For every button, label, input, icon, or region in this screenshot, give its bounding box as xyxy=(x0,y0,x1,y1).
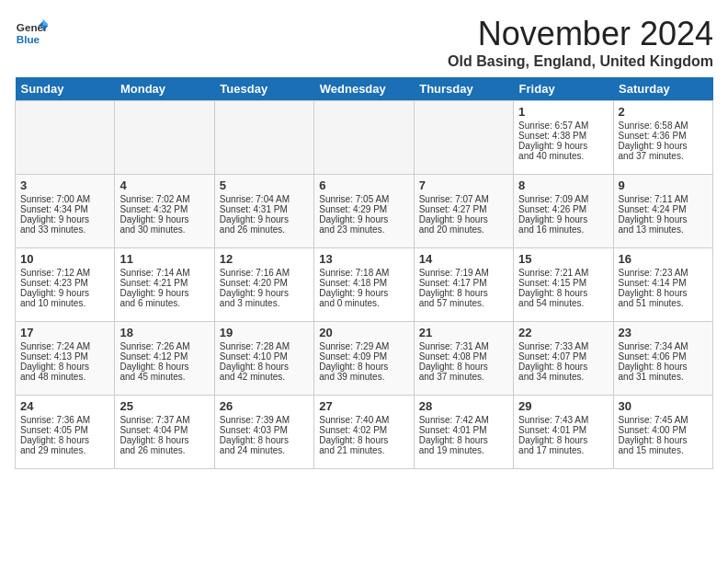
day-cell xyxy=(214,101,313,175)
day-info: and 54 minutes. xyxy=(518,298,608,308)
day-cell: 11Sunrise: 7:14 AMSunset: 4:21 PMDayligh… xyxy=(115,248,214,322)
day-info: and 23 minutes. xyxy=(319,224,408,235)
day-cell: 15Sunrise: 7:21 AMSunset: 4:15 PMDayligh… xyxy=(514,248,613,322)
col-header-monday: Monday xyxy=(115,77,214,101)
day-info: and 19 minutes. xyxy=(419,445,508,455)
day-info: Sunset: 4:08 PM xyxy=(419,351,508,362)
logo-icon: General Blue xyxy=(15,15,48,48)
day-info: Sunrise: 7:26 AM xyxy=(119,341,209,351)
day-info: Sunrise: 6:57 AM xyxy=(518,121,608,131)
day-info: and 37 minutes. xyxy=(619,151,708,161)
day-number: 18 xyxy=(119,326,209,339)
day-info: Sunset: 4:03 PM xyxy=(220,425,309,435)
day-cell: 1Sunrise: 6:57 AMSunset: 4:38 PMDaylight… xyxy=(514,101,613,175)
day-info: Sunset: 4:15 PM xyxy=(518,278,608,288)
col-header-wednesday: Wednesday xyxy=(314,77,414,101)
week-row-3: 17Sunrise: 7:24 AMSunset: 4:13 PMDayligh… xyxy=(16,322,713,396)
day-info: and 34 minutes. xyxy=(518,372,608,382)
day-number: 24 xyxy=(20,399,109,413)
day-info: Sunset: 4:06 PM xyxy=(619,351,708,362)
day-info: Sunrise: 7:14 AM xyxy=(119,268,209,278)
day-info: Daylight: 8 hours xyxy=(619,362,708,372)
day-info: and 16 minutes. xyxy=(518,224,608,235)
day-info: Daylight: 9 hours xyxy=(220,214,309,224)
col-header-sunday: Sunday xyxy=(16,77,115,101)
day-info: Sunset: 4:32 PM xyxy=(119,204,209,214)
day-info: and 17 minutes. xyxy=(518,445,608,455)
day-info: Sunset: 4:12 PM xyxy=(119,351,209,362)
day-info: Daylight: 8 hours xyxy=(619,288,708,298)
day-cell: 16Sunrise: 7:23 AMSunset: 4:14 PMDayligh… xyxy=(613,248,712,322)
day-info: Sunset: 4:02 PM xyxy=(319,425,408,435)
day-info: Sunrise: 7:28 AM xyxy=(220,341,309,351)
week-row-1: 3Sunrise: 7:00 AMSunset: 4:34 PMDaylight… xyxy=(16,175,713,248)
day-info: Daylight: 9 hours xyxy=(518,141,608,151)
day-cell: 7Sunrise: 7:07 AMSunset: 4:27 PMDaylight… xyxy=(414,175,513,248)
day-info: and 29 minutes. xyxy=(20,445,109,455)
day-info: and 39 minutes. xyxy=(319,372,408,382)
day-info: Daylight: 9 hours xyxy=(319,288,408,298)
day-info: Sunset: 4:04 PM xyxy=(119,425,209,435)
day-info: Daylight: 8 hours xyxy=(419,362,508,372)
day-cell xyxy=(16,101,115,175)
day-info: Daylight: 8 hours xyxy=(419,435,508,445)
day-info: Sunrise: 7:34 AM xyxy=(619,341,708,351)
day-info: Daylight: 9 hours xyxy=(220,288,309,298)
day-info: Sunrise: 7:05 AM xyxy=(319,194,408,204)
day-info: Sunset: 4:38 PM xyxy=(518,131,608,141)
day-cell: 17Sunrise: 7:24 AMSunset: 4:13 PMDayligh… xyxy=(16,322,115,396)
day-info: and 40 minutes. xyxy=(518,151,608,161)
day-number: 25 xyxy=(119,399,209,413)
day-info: Daylight: 8 hours xyxy=(20,362,109,372)
day-info: and 10 minutes. xyxy=(20,298,109,308)
day-cell: 23Sunrise: 7:34 AMSunset: 4:06 PMDayligh… xyxy=(613,322,712,396)
day-info: Sunset: 4:29 PM xyxy=(319,204,408,214)
col-header-thursday: Thursday xyxy=(414,77,513,101)
day-number: 2 xyxy=(619,105,708,119)
day-number: 11 xyxy=(119,252,209,266)
day-cell: 6Sunrise: 7:05 AMSunset: 4:29 PMDaylight… xyxy=(314,175,414,248)
day-info: and 57 minutes. xyxy=(419,298,508,308)
day-info: Sunset: 4:18 PM xyxy=(319,278,408,288)
day-info: and 6 minutes. xyxy=(119,298,209,308)
day-info: Daylight: 8 hours xyxy=(619,435,708,445)
day-cell: 13Sunrise: 7:18 AMSunset: 4:18 PMDayligh… xyxy=(314,248,414,322)
day-info: Sunset: 4:05 PM xyxy=(20,425,109,435)
day-info: Sunrise: 7:42 AM xyxy=(419,415,508,425)
day-cell: 4Sunrise: 7:02 AMSunset: 4:32 PMDaylight… xyxy=(115,175,214,248)
day-number: 27 xyxy=(319,399,408,413)
day-info: Sunrise: 7:36 AM xyxy=(20,415,109,425)
day-cell: 12Sunrise: 7:16 AMSunset: 4:20 PMDayligh… xyxy=(214,248,313,322)
day-number: 26 xyxy=(220,399,309,413)
day-info: and 3 minutes. xyxy=(220,298,309,308)
day-info: Sunset: 4:31 PM xyxy=(220,204,309,214)
day-info: and 0 minutes. xyxy=(319,298,408,308)
calendar-table: SundayMondayTuesdayWednesdayThursdayFrid… xyxy=(15,77,713,469)
day-cell: 24Sunrise: 7:36 AMSunset: 4:05 PMDayligh… xyxy=(16,396,115,469)
day-cell: 10Sunrise: 7:12 AMSunset: 4:23 PMDayligh… xyxy=(16,248,115,322)
day-number: 16 xyxy=(619,252,708,266)
day-cell: 18Sunrise: 7:26 AMSunset: 4:12 PMDayligh… xyxy=(115,322,214,396)
day-info: and 33 minutes. xyxy=(20,224,109,235)
col-header-saturday: Saturday xyxy=(613,77,712,101)
day-cell: 5Sunrise: 7:04 AMSunset: 4:31 PMDaylight… xyxy=(214,175,313,248)
day-info: Daylight: 8 hours xyxy=(20,435,109,445)
day-info: Sunrise: 7:29 AM xyxy=(319,341,408,351)
day-info: Sunset: 4:23 PM xyxy=(20,278,109,288)
day-info: Sunrise: 7:24 AM xyxy=(20,341,109,351)
day-cell: 29Sunrise: 7:43 AMSunset: 4:01 PMDayligh… xyxy=(514,396,613,469)
day-number: 29 xyxy=(518,399,608,413)
day-info: Daylight: 8 hours xyxy=(518,288,608,298)
day-info: Daylight: 9 hours xyxy=(20,214,109,224)
day-cell: 22Sunrise: 7:33 AMSunset: 4:07 PMDayligh… xyxy=(514,322,613,396)
day-cell: 21Sunrise: 7:31 AMSunset: 4:08 PMDayligh… xyxy=(414,322,513,396)
day-cell: 20Sunrise: 7:29 AMSunset: 4:09 PMDayligh… xyxy=(314,322,414,396)
day-info: Sunset: 4:07 PM xyxy=(518,351,608,362)
day-info: and 15 minutes. xyxy=(619,445,708,455)
day-info: Sunset: 4:13 PM xyxy=(20,351,109,362)
day-info: Daylight: 9 hours xyxy=(319,214,408,224)
day-number: 10 xyxy=(20,252,109,266)
day-info: Sunrise: 7:07 AM xyxy=(419,194,508,204)
day-info: and 13 minutes. xyxy=(619,224,708,235)
day-number: 9 xyxy=(619,178,708,192)
